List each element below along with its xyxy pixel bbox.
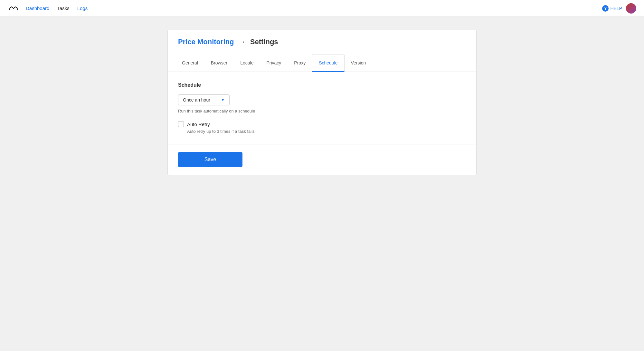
schedule-title: Schedule	[178, 82, 466, 88]
navbar: Dashboard Tasks Logs ? HELP	[0, 0, 644, 17]
tab-browser[interactable]: Browser	[204, 54, 234, 72]
tab-privacy[interactable]: Privacy	[260, 54, 288, 72]
help-label: HELP	[610, 6, 622, 11]
breadcrumb-arrow: →	[239, 38, 246, 46]
auto-retry-label-row: Auto Retry	[178, 121, 466, 127]
nav-links: Dashboard Tasks Logs	[26, 5, 88, 11]
auto-retry-section: Auto Retry Auto retry up to 3 times if a…	[178, 121, 466, 134]
nav-logo	[8, 3, 19, 14]
chevron-down-icon: ▼	[221, 98, 225, 102]
tabs-bar: General Browser Locale Privacy Proxy Sch…	[168, 54, 476, 72]
breadcrumb-current: Settings	[250, 38, 278, 46]
tab-schedule[interactable]: Schedule	[312, 54, 344, 72]
nav-dashboard[interactable]: Dashboard	[26, 5, 49, 11]
auto-retry-helper-text: Auto retry up to 3 times if a task fails	[187, 129, 466, 134]
breadcrumb-parent[interactable]: Price Monitoring	[178, 38, 234, 46]
schedule-dropdown-value: Once an hour	[183, 97, 210, 102]
nav-tasks[interactable]: Tasks	[57, 5, 69, 11]
save-button[interactable]: Save	[178, 152, 242, 167]
save-section: Save	[168, 144, 476, 175]
tab-locale[interactable]: Locale	[234, 54, 260, 72]
schedule-dropdown-wrapper: Once an hour ▼	[178, 94, 466, 105]
settings-card: Price Monitoring → Settings General Brow…	[167, 30, 477, 175]
nav-right: ? HELP	[602, 3, 636, 14]
help-button[interactable]: ? HELP	[602, 5, 622, 12]
auto-retry-checkbox[interactable]	[178, 121, 184, 127]
tab-proxy[interactable]: Proxy	[288, 54, 312, 72]
schedule-section: Schedule Once an hour ▼ Run this task au…	[168, 72, 476, 144]
schedule-helper-text: Run this task automatically on a schedul…	[178, 109, 466, 113]
schedule-dropdown[interactable]: Once an hour ▼	[178, 94, 230, 105]
page-content: Price Monitoring → Settings General Brow…	[0, 17, 644, 188]
help-icon: ?	[602, 5, 609, 12]
avatar[interactable]	[626, 3, 636, 14]
nav-logs[interactable]: Logs	[77, 5, 88, 11]
tab-general[interactable]: General	[175, 54, 204, 72]
auto-retry-label-text: Auto Retry	[187, 122, 210, 127]
tab-version[interactable]: Version	[345, 54, 373, 72]
card-header: Price Monitoring → Settings	[168, 30, 476, 54]
page-title: Price Monitoring → Settings	[178, 38, 466, 46]
